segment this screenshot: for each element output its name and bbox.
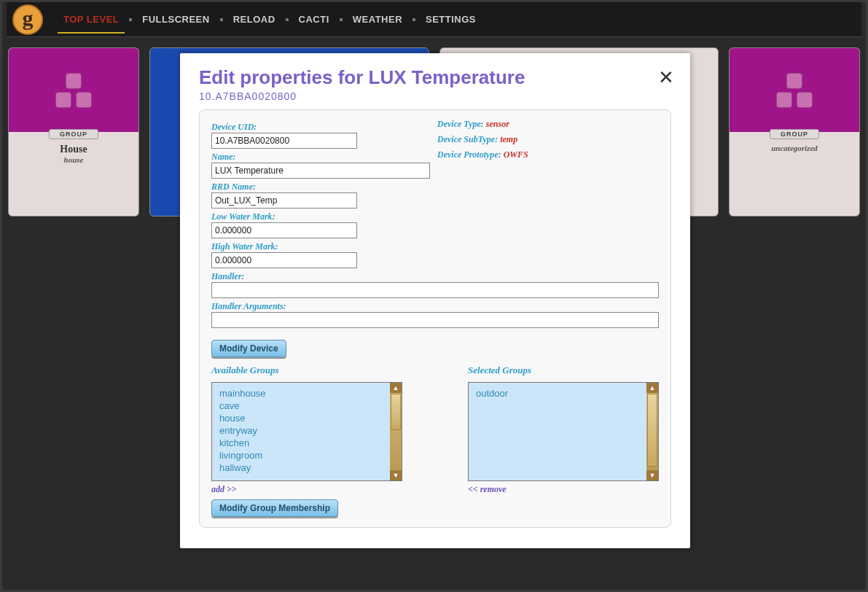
label-device-uid: Device UID: <box>211 122 437 133</box>
device-type-line: Device Type: sensor <box>437 119 659 130</box>
scroll-down-icon[interactable]: ▼ <box>646 470 658 480</box>
label-high-water: High Water Mark: <box>211 241 437 252</box>
list-item[interactable]: house <box>215 412 387 424</box>
list-item[interactable]: hallway <box>215 461 387 474</box>
scroll-thumb[interactable] <box>647 394 657 467</box>
device-subtype-line: Device SubType: temp <box>437 134 659 145</box>
dialog-title: Edit properties for LUX Temperature <box>199 66 671 89</box>
available-groups-list[interactable]: mainhousecavehouseentrywaykitchenlivingr… <box>211 382 402 481</box>
label-handler-args: Handler Arguments: <box>211 301 659 312</box>
list-item[interactable]: outdoor <box>472 387 644 400</box>
device-uid-field[interactable] <box>211 133 357 149</box>
scroll-down-icon[interactable]: ▼ <box>390 470 402 480</box>
available-groups-heading: Available Groups <box>211 365 402 376</box>
list-item[interactable]: livingroom <box>215 449 387 461</box>
modify-group-button[interactable]: Modify Group Membership <box>211 499 338 517</box>
modify-device-button[interactable]: Modify Device <box>211 340 286 357</box>
close-icon[interactable]: ✕ <box>658 66 674 89</box>
edit-properties-dialog: ✕ Edit properties for LUX Temperature 10… <box>180 53 690 548</box>
handler-args-field[interactable] <box>211 312 659 328</box>
remove-link[interactable]: << remove <box>468 484 659 495</box>
scroll-up-icon[interactable]: ▲ <box>390 383 402 393</box>
handler-field[interactable] <box>211 282 659 298</box>
label-rrd-name: RRD Name: <box>211 182 437 192</box>
list-item[interactable]: entryway <box>215 424 387 437</box>
list-item[interactable]: kitchen <box>215 437 387 449</box>
low-water-field[interactable] <box>211 222 357 238</box>
list-item[interactable]: mainhouse <box>215 387 387 400</box>
scrollbar[interactable]: ▲ ▼ <box>646 383 658 480</box>
selected-groups-list[interactable]: outdoor ▲ ▼ <box>468 382 659 481</box>
label-handler: Handler: <box>211 271 659 282</box>
scrollbar[interactable]: ▲ ▼ <box>390 383 402 480</box>
high-water-field[interactable] <box>211 252 357 268</box>
rrd-name-field[interactable] <box>211 192 357 209</box>
scroll-up-icon[interactable]: ▲ <box>646 383 658 393</box>
device-proto-line: Device Prototype: OWFS <box>437 149 659 160</box>
dialog-subtitle: 10.A7BBA0020800 <box>199 90 671 102</box>
list-item[interactable]: cave <box>215 400 387 412</box>
scroll-thumb[interactable] <box>391 394 401 430</box>
form-panel: Device UID: Name: RRD Name: Low Water Ma… <box>199 109 671 528</box>
selected-groups-heading: Selected Groups <box>468 365 659 376</box>
label-low-water: Low Water Mark: <box>211 211 437 222</box>
add-link[interactable]: add >> <box>211 484 402 495</box>
modal-backdrop: ✕ Edit properties for LUX Temperature 10… <box>2 2 866 590</box>
name-field[interactable] <box>211 163 430 179</box>
label-name: Name: <box>211 152 437 163</box>
